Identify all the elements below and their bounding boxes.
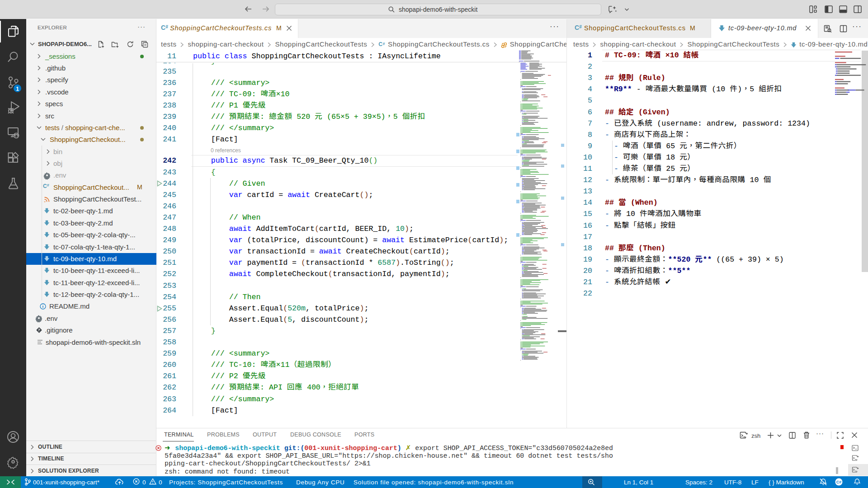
svg-text:C#: C# xyxy=(836,480,842,484)
